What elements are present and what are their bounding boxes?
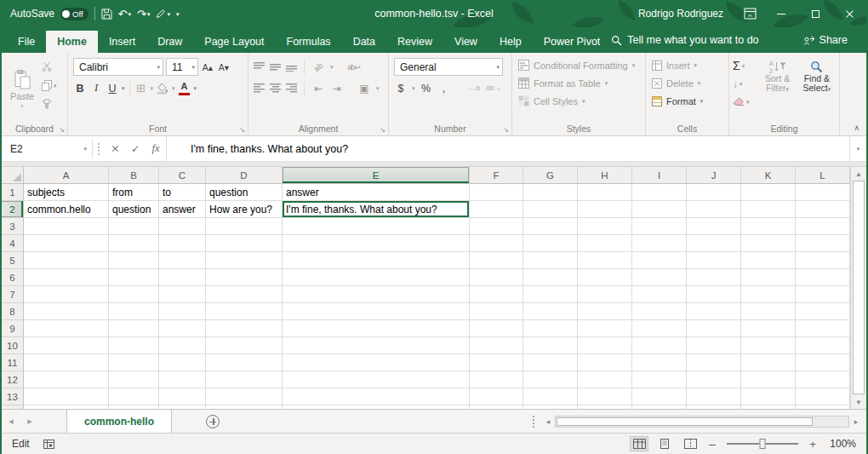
zoom-slider-thumb[interactable] bbox=[760, 439, 766, 449]
redo-button[interactable] bbox=[137, 8, 150, 20]
align-middle-button[interactable] bbox=[270, 62, 281, 72]
cell-B11[interactable] bbox=[109, 354, 159, 371]
minimize-button[interactable] bbox=[764, 0, 798, 27]
cell-L8[interactable] bbox=[796, 303, 850, 320]
cell-G11[interactable] bbox=[523, 354, 578, 371]
cell-L3[interactable] bbox=[796, 218, 850, 235]
user-name[interactable]: Rodrigo Rodriguez bbox=[638, 8, 723, 20]
cell-C12[interactable] bbox=[159, 371, 206, 388]
cell-D1[interactable]: question bbox=[206, 184, 283, 201]
cell-F1[interactable] bbox=[470, 184, 523, 201]
cell-I4[interactable] bbox=[632, 235, 687, 252]
row-header-2[interactable]: 2 bbox=[2, 201, 24, 218]
cell-D3[interactable] bbox=[206, 218, 283, 235]
cell-G4[interactable] bbox=[523, 235, 578, 252]
scroll-down-button[interactable] bbox=[851, 395, 866, 409]
fill-button[interactable] bbox=[733, 76, 758, 91]
borders-button[interactable] bbox=[134, 80, 148, 97]
cell-L13[interactable] bbox=[796, 388, 850, 405]
decrease-decimal-button[interactable] bbox=[485, 80, 501, 97]
orientation-button[interactable] bbox=[311, 59, 325, 76]
col-header-L[interactable]: L bbox=[796, 167, 850, 184]
col-header-E[interactable]: E bbox=[283, 167, 470, 184]
cell-B2[interactable]: question bbox=[109, 201, 159, 218]
cell-I3[interactable] bbox=[632, 218, 687, 235]
cell-G6[interactable] bbox=[523, 269, 578, 286]
cell-C5[interactable] bbox=[159, 252, 206, 269]
cell-I5[interactable] bbox=[632, 252, 687, 269]
customize-qat-button[interactable] bbox=[176, 11, 180, 17]
cell-K12[interactable] bbox=[741, 371, 796, 388]
cell-styles-button[interactable]: Cell Styles bbox=[516, 92, 642, 110]
undo-button[interactable] bbox=[118, 8, 131, 20]
row-header-7[interactable]: 7 bbox=[2, 286, 24, 303]
cell-E8[interactable] bbox=[283, 303, 470, 320]
cell-K8[interactable] bbox=[741, 303, 796, 320]
cell-L6[interactable] bbox=[796, 269, 850, 286]
cancel-button[interactable] bbox=[105, 136, 125, 161]
col-header-J[interactable]: J bbox=[687, 167, 741, 184]
cell-B7[interactable] bbox=[109, 286, 159, 303]
copy-button[interactable] bbox=[42, 78, 57, 93]
decrease-font-size-button[interactable] bbox=[217, 59, 231, 76]
font-dialog-launcher[interactable] bbox=[239, 126, 245, 134]
cell-K6[interactable] bbox=[741, 269, 796, 286]
cell-C7[interactable] bbox=[159, 286, 206, 303]
cell-I2[interactable] bbox=[632, 201, 687, 218]
cell-L12[interactable] bbox=[796, 371, 850, 388]
cell-D10[interactable] bbox=[206, 337, 283, 354]
cell-G10[interactable] bbox=[523, 337, 578, 354]
format-as-table-dropdown-icon[interactable] bbox=[605, 80, 608, 86]
cell-B10[interactable] bbox=[109, 337, 159, 354]
cell-A4[interactable] bbox=[24, 235, 109, 252]
cell-A5[interactable] bbox=[24, 252, 109, 269]
cell-D7[interactable] bbox=[206, 286, 283, 303]
cell-C1[interactable]: to bbox=[159, 184, 206, 201]
cell-F11[interactable] bbox=[470, 354, 523, 371]
tab-draw[interactable]: Draw bbox=[146, 31, 193, 53]
tab-view[interactable]: View bbox=[443, 31, 488, 53]
cell-J11[interactable] bbox=[687, 354, 741, 371]
cell-E11[interactable] bbox=[283, 354, 470, 371]
cell-E6[interactable] bbox=[283, 269, 470, 286]
sheet-nav-left-button[interactable] bbox=[2, 410, 20, 433]
tab-review[interactable]: Review bbox=[386, 31, 443, 53]
cell-E7[interactable] bbox=[283, 286, 470, 303]
orientation-dropdown-icon[interactable] bbox=[330, 64, 334, 70]
formula-input[interactable]: I'm fine, thanks. What about you? bbox=[166, 136, 849, 161]
font-size-combo[interactable]: 11 bbox=[166, 58, 198, 76]
formula-bar-handle[interactable] bbox=[98, 143, 100, 155]
cell-E12[interactable] bbox=[283, 371, 470, 388]
horizontal-scroll-thumb[interactable] bbox=[557, 417, 813, 426]
comma-format-button[interactable]: , bbox=[437, 80, 451, 97]
zoom-slider[interactable] bbox=[727, 443, 798, 445]
cell-H9[interactable] bbox=[578, 320, 632, 337]
expand-formula-bar-button[interactable] bbox=[849, 136, 866, 161]
col-header-H[interactable]: H bbox=[578, 167, 632, 184]
cell-K11[interactable] bbox=[741, 354, 796, 371]
cell-I6[interactable] bbox=[632, 269, 687, 286]
col-header-F[interactable]: F bbox=[470, 167, 523, 184]
cell-J2[interactable] bbox=[687, 201, 741, 218]
number-dialog-launcher[interactable] bbox=[503, 126, 509, 134]
cell-K13[interactable] bbox=[741, 388, 796, 405]
cell-A1[interactable]: subjects bbox=[24, 184, 109, 201]
cell-G1[interactable] bbox=[523, 184, 578, 201]
cell-H4[interactable] bbox=[578, 235, 632, 252]
clear-dropdown-icon[interactable] bbox=[746, 99, 750, 105]
cell-styles-dropdown-icon[interactable] bbox=[582, 98, 585, 104]
cell-H8[interactable] bbox=[578, 303, 632, 320]
cell-K10[interactable] bbox=[741, 337, 796, 354]
italic-button[interactable]: I bbox=[89, 80, 103, 97]
ribbon-display-options-button[interactable] bbox=[735, 0, 764, 27]
row-header-10[interactable]: 10 bbox=[2, 337, 24, 354]
row-header-4[interactable]: 4 bbox=[2, 235, 24, 252]
insert-cells-dropdown-icon[interactable] bbox=[694, 62, 698, 68]
cell-G5[interactable] bbox=[523, 252, 578, 269]
cell-G8[interactable] bbox=[523, 303, 578, 320]
row-header-6[interactable]: 6 bbox=[2, 269, 24, 286]
tell-me-box[interactable]: Tell me what you want to do bbox=[611, 34, 758, 46]
wrap-text-button[interactable] bbox=[347, 59, 361, 76]
col-header-A[interactable]: A bbox=[24, 167, 109, 184]
cell-J8[interactable] bbox=[687, 303, 741, 320]
